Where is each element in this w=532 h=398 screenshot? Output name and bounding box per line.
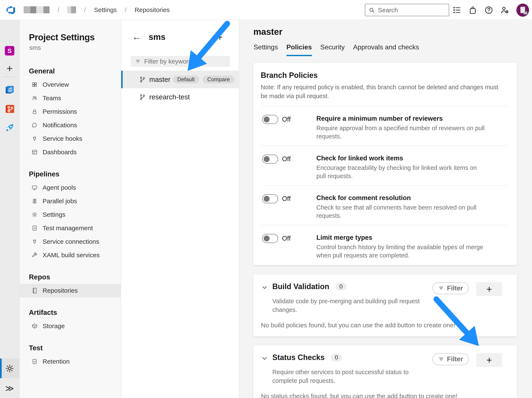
add-build-policy-button[interactable]: + (476, 282, 502, 296)
policy-row-limit-merge-types: Off Limit merge types Control branch his… (261, 225, 508, 265)
parallel-icon (32, 198, 38, 204)
task-list-icon[interactable] (452, 6, 461, 14)
breadcrumb-separator: / (125, 6, 127, 13)
card-title: Status Checks (272, 353, 325, 362)
empty-state-text: No build policies found, but you can use… (261, 322, 517, 329)
empty-state-text: No status checks found, but you can use … (261, 392, 517, 398)
boards-icon[interactable] (0, 85, 19, 95)
user-settings-icon[interactable] (500, 6, 509, 14)
sidebar-item-notifications[interactable]: Notifications (20, 118, 121, 132)
sidebar-item-test-management[interactable]: Test management (20, 221, 121, 235)
branch-icon (139, 94, 146, 100)
filter-icon (438, 356, 444, 362)
avatar[interactable] (516, 4, 529, 17)
filter-button-label: Filter (447, 355, 463, 363)
sidebar-item-label: Repositories (43, 287, 78, 294)
sidebar-item-overview[interactable]: Overview (20, 78, 121, 91)
card-description: Validate code by pre-merging and buildin… (272, 297, 424, 314)
filter-button[interactable]: Filter (432, 353, 469, 365)
add-status-check-button[interactable]: + (476, 353, 502, 367)
sidebar-item-label: Overview (43, 81, 69, 88)
breadcrumb-project-redacted[interactable] (67, 6, 76, 13)
breadcrumb-org-redacted[interactable] (24, 6, 50, 13)
rail-divider (3, 77, 16, 77)
sidebar-item-permissions[interactable]: Permissions (20, 105, 121, 118)
branch-name: research-test (149, 93, 190, 101)
back-arrow-icon[interactable]: ← (132, 32, 141, 42)
sidebar-item-storage[interactable]: Storage (20, 319, 121, 333)
project-tile[interactable]: S (0, 46, 19, 56)
card-description: Require other services to post successfu… (272, 368, 424, 385)
tab-approvals-and-checks[interactable]: Approvals and checks (353, 43, 419, 56)
rail-settings-active[interactable] (0, 359, 19, 378)
toggle-knob (264, 196, 270, 202)
sidebar-item-xaml-build-services[interactable]: XAML build services (20, 248, 121, 262)
add-branch-button[interactable]: + (217, 31, 223, 43)
sidebar-title: Project Settings (29, 32, 121, 42)
chevron-down-icon[interactable] (261, 282, 272, 291)
sidebar-item-parallel-jobs[interactable]: Parallel jobs (20, 194, 121, 208)
count-badge: 0 (336, 283, 347, 291)
toggle-limit-merge-types[interactable] (262, 234, 278, 243)
compare-badge[interactable]: Compare (203, 76, 234, 83)
test-doc-icon (32, 225, 38, 231)
branch-policies-card: Branch Policies Note: If any required po… (253, 63, 517, 265)
sidebar-item-label: Notifications (43, 122, 77, 129)
policy-description: Control branch history by limiting the a… (316, 243, 485, 259)
status-checks-card: Status Checks0 Filter + Require other se… (253, 346, 517, 398)
sidebar-item-agent-pools[interactable]: Agent pools (20, 181, 121, 194)
sidebar-section-test: Test (20, 341, 121, 355)
pipelines-icon[interactable] (0, 123, 19, 133)
sidebar-item-teams[interactable]: Teams (20, 91, 121, 105)
branches-header: ← sms + (121, 20, 239, 54)
filter-button-label: Filter (447, 284, 463, 292)
marketplace-bag-icon[interactable] (468, 6, 477, 14)
toggle-linked-work-items[interactable] (262, 155, 278, 164)
branch-filter-box[interactable]: Filter by keyword (131, 56, 230, 67)
expand-rail-button[interactable]: ≫ (0, 378, 19, 398)
sidebar-item-service-hooks[interactable]: Service hooks (20, 132, 121, 145)
breadcrumb-settings[interactable]: Settings (94, 6, 117, 13)
policy-title: Check for linked work items (316, 155, 485, 162)
agent-icon (32, 185, 38, 190)
toggle-min-reviewers[interactable] (262, 115, 278, 124)
sidebar-section-artifacts: Artifacts (20, 306, 121, 319)
branch-row-research-test[interactable]: research-test (121, 88, 239, 106)
search-input[interactable] (378, 6, 442, 14)
tab-security[interactable]: Security (320, 43, 345, 56)
toggle-comment-resolution[interactable] (262, 194, 278, 203)
sidebar-item-repositories[interactable]: Repositories (20, 284, 121, 297)
chevron-down-icon[interactable] (261, 353, 272, 362)
policy-row-min-reviewers: Off Require a minimum number of reviewer… (261, 106, 508, 146)
help-icon[interactable] (484, 6, 493, 14)
branch-name: master (149, 76, 171, 84)
sidebar-item-label: Retention (43, 358, 70, 365)
sidebar-item-service-connections[interactable]: Service connections (20, 235, 121, 248)
filter-button[interactable]: Filter (432, 282, 469, 294)
sidebar-item-label: Service connections (43, 238, 99, 245)
toggle-knob (264, 235, 270, 241)
azure-devops-logo-icon[interactable] (6, 5, 16, 15)
retention-icon (32, 359, 38, 365)
repository-name: sms (149, 32, 165, 42)
breadcrumb: / / Settings / Repositories (24, 6, 170, 13)
policy-title: Require a minimum number of reviewers (316, 115, 485, 122)
add-project-button[interactable]: + (0, 63, 19, 74)
toggle-knob (264, 117, 270, 122)
gear-icon (5, 364, 14, 373)
breadcrumb-repositories[interactable]: Repositories (134, 6, 170, 13)
policy-description: Check to see that all comments have been… (316, 203, 485, 220)
sidebar-item-dashboards[interactable]: Dashboards (20, 145, 121, 159)
sidebar-section-repos: Repos (20, 270, 121, 284)
repos-icon[interactable] (0, 104, 19, 114)
search-box[interactable] (365, 4, 449, 16)
sidebar-item-retention[interactable]: Retention (20, 355, 121, 368)
branch-row-master[interactable]: master Default Compare (121, 71, 239, 88)
grid-icon (32, 82, 38, 88)
sidebar-item-label: Permissions (43, 108, 77, 115)
sidebar-item-label: Dashboards (43, 149, 77, 156)
tab-settings[interactable]: Settings (253, 43, 278, 56)
sidebar-item-settings[interactable]: Settings (20, 208, 121, 221)
tab-bar: Settings Policies Security Approvals and… (253, 43, 532, 56)
tab-policies[interactable]: Policies (286, 43, 312, 56)
